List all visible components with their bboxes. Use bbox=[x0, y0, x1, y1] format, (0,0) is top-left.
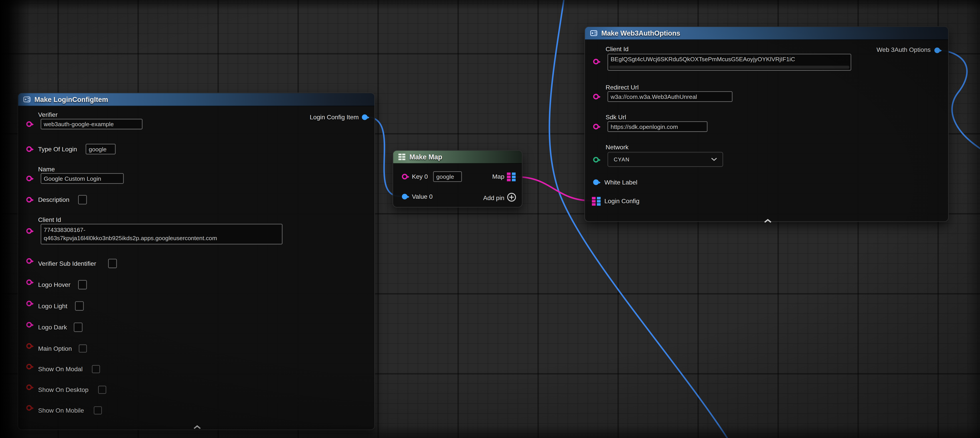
verifier-sub-identifier-pin[interactable] bbox=[26, 258, 32, 264]
output-login-config-item-label: Login Config Item bbox=[310, 114, 359, 121]
logo-light-input[interactable] bbox=[75, 301, 84, 311]
node-make-web3authoptions[interactable]: Make Web3AuthOptions Web 3Auth Options C… bbox=[584, 26, 949, 222]
map-output-label: Map bbox=[492, 173, 504, 180]
redirect-url-label: Redirect Url bbox=[606, 84, 639, 91]
description-input[interactable] bbox=[78, 195, 87, 204]
name-label: Name bbox=[38, 166, 55, 172]
white-label-label: White Label bbox=[605, 179, 637, 186]
show-on-mobile-checkbox[interactable] bbox=[94, 406, 102, 415]
node-title: Make Web3AuthOptions bbox=[601, 29, 680, 37]
client-id-pin[interactable] bbox=[26, 228, 32, 234]
logo-dark-input[interactable] bbox=[74, 322, 82, 332]
node-header[interactable]: Make LoginConfigItem bbox=[18, 93, 374, 106]
web3auth-options-output-label: Web 3Auth Options bbox=[877, 46, 931, 53]
verifier-sub-identifier-label: Verifier Sub Identifier bbox=[38, 260, 96, 267]
node-header[interactable]: Make Map bbox=[393, 151, 522, 164]
node-title: Make Map bbox=[409, 153, 442, 161]
client-id-input[interactable]: BEglQSgt4cUWcj6SKRdu5QkOXTsePmMcusG5EAoy… bbox=[608, 54, 851, 71]
type-of-login-input[interactable]: google bbox=[86, 144, 116, 154]
value-0-label: Value 0 bbox=[412, 193, 433, 200]
network-label: Network bbox=[606, 144, 628, 151]
wire-map-to-login-config[interactable] bbox=[517, 177, 591, 201]
show-on-modal-pin[interactable] bbox=[26, 364, 32, 370]
login-config-label: Login Config bbox=[605, 197, 640, 204]
main-option-pin[interactable] bbox=[26, 343, 32, 349]
key-0-input[interactable]: google bbox=[433, 171, 462, 182]
web3auth-options-output-pin[interactable] bbox=[934, 48, 940, 53]
verifier-pin[interactable] bbox=[26, 121, 32, 127]
chevron-collapse-icon[interactable] bbox=[193, 420, 201, 432]
client-id-pin[interactable] bbox=[593, 59, 598, 64]
node-header[interactable]: Make Web3AuthOptions bbox=[585, 27, 948, 40]
redirect-url-input[interactable]: w3a://com.w3a.Web3AuthUnreal bbox=[608, 91, 733, 102]
name-input[interactable]: Google Custom Login bbox=[41, 173, 124, 184]
sdk-url-label: Sdk Url bbox=[606, 114, 626, 121]
value-0-pin[interactable] bbox=[402, 194, 407, 199]
login-config-grid-pin[interactable] bbox=[592, 197, 601, 205]
type-of-login-label: Type Of Login bbox=[38, 145, 77, 153]
show-on-desktop-label: Show On Desktop bbox=[38, 386, 88, 393]
client-id-label: Client Id bbox=[606, 46, 628, 53]
logo-dark-label: Logo Dark bbox=[38, 324, 67, 331]
main-option-label: Main Option bbox=[38, 345, 72, 352]
map-icon bbox=[398, 153, 406, 161]
node-make-loginconfigitem[interactable]: Make LoginConfigItem Login Config Item V… bbox=[18, 92, 375, 430]
key-0-label: Key 0 bbox=[412, 173, 428, 180]
blueprint-graph-canvas[interactable]: Make LoginConfigItem Login Config Item V… bbox=[0, 0, 980, 438]
show-on-modal-label: Show On Modal bbox=[38, 366, 83, 373]
redirect-url-pin[interactable] bbox=[593, 94, 598, 99]
login-config-item-output-pin[interactable] bbox=[362, 115, 368, 120]
make-struct-icon bbox=[23, 96, 31, 103]
description-pin[interactable] bbox=[26, 197, 32, 202]
network-dropdown[interactable]: CYAN bbox=[608, 152, 723, 167]
map-output-grid-pin[interactable] bbox=[507, 172, 515, 181]
client-id-input[interactable]: 774338308167- q463s7kpvja16l4l0kko3nb925… bbox=[41, 224, 283, 245]
chevron-collapse-icon[interactable] bbox=[764, 214, 772, 226]
add-pin-label[interactable]: Add pin bbox=[483, 194, 504, 201]
node-title: Make LoginConfigItem bbox=[34, 96, 108, 103]
logo-hover-input[interactable] bbox=[78, 280, 87, 289]
show-on-desktop-checkbox[interactable] bbox=[98, 386, 107, 394]
verifier-label: Verifier bbox=[38, 111, 57, 118]
sdk-url-input[interactable]: https://sdk.openlogin.com bbox=[608, 121, 707, 132]
make-struct-icon bbox=[590, 29, 598, 37]
type-of-login-pin[interactable] bbox=[26, 146, 32, 152]
white-label-pin[interactable] bbox=[593, 179, 598, 185]
network-dropdown-value: CYAN bbox=[614, 156, 630, 162]
logo-light-pin[interactable] bbox=[26, 301, 32, 306]
show-on-desktop-pin[interactable] bbox=[26, 384, 32, 390]
main-option-checkbox[interactable] bbox=[79, 344, 87, 353]
client-id-scrollbar[interactable] bbox=[609, 66, 850, 69]
verifier-input[interactable]: web3auth-google-example bbox=[41, 119, 143, 129]
show-on-mobile-pin[interactable] bbox=[26, 405, 32, 411]
network-pin[interactable] bbox=[593, 157, 598, 162]
dropdown-chevron-icon bbox=[711, 158, 717, 161]
sdk-url-pin[interactable] bbox=[593, 124, 598, 129]
add-pin-icon[interactable] bbox=[507, 193, 516, 204]
key-0-pin[interactable] bbox=[402, 174, 407, 179]
show-on-modal-checkbox[interactable] bbox=[92, 365, 100, 373]
node-make-map[interactable]: Make Map Key 0 google Map Value 0 Add pi… bbox=[393, 150, 522, 207]
logo-hover-pin[interactable] bbox=[26, 279, 32, 285]
logo-light-label: Logo Light bbox=[38, 303, 67, 309]
client-id-value: BEglQSgt4cUWcj6SKRdu5QkOXTsePmMcusG5EAoy… bbox=[611, 56, 795, 62]
client-id-label: Client Id bbox=[38, 216, 61, 223]
name-pin[interactable] bbox=[26, 175, 32, 181]
logo-dark-pin[interactable] bbox=[26, 322, 32, 327]
logo-hover-label: Logo Hover bbox=[38, 281, 70, 288]
verifier-sub-identifier-input[interactable] bbox=[108, 259, 117, 268]
show-on-mobile-label: Show On Mobile bbox=[38, 407, 84, 414]
description-label: Description bbox=[38, 196, 69, 203]
